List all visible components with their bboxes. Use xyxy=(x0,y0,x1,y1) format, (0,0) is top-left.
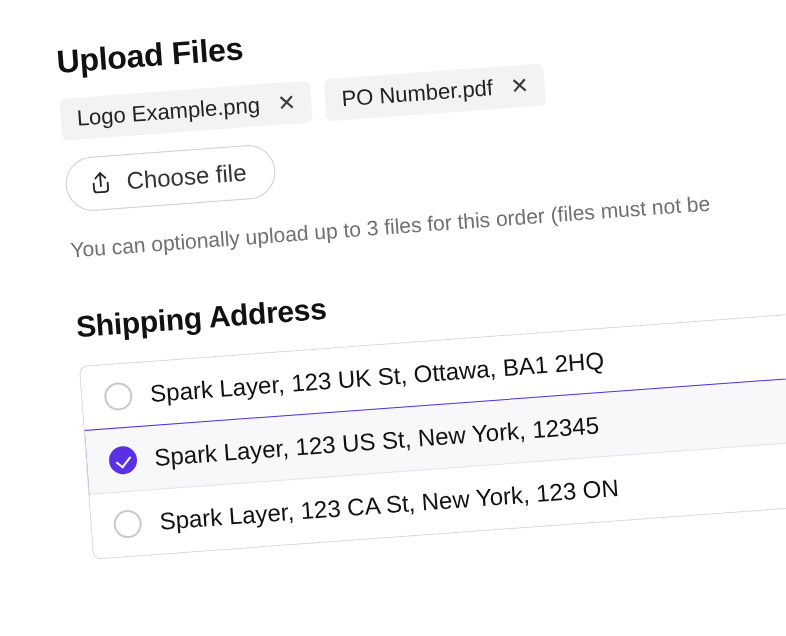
upload-icon xyxy=(88,169,114,197)
file-chip: PO Number.pdf ✕ xyxy=(324,63,546,121)
radio-checked-icon xyxy=(108,445,138,475)
remove-file-icon[interactable]: ✕ xyxy=(273,89,301,117)
radio-icon xyxy=(103,381,133,411)
file-chip-label: PO Number.pdf xyxy=(341,75,494,112)
address-label: Spark Layer, 123 CA St, New York, 123 ON xyxy=(159,474,620,536)
choose-file-button[interactable]: Choose file xyxy=(64,143,277,212)
radio-icon xyxy=(113,509,143,539)
remove-file-icon[interactable]: ✕ xyxy=(506,72,534,100)
file-chip-label: Logo Example.png xyxy=(76,92,261,131)
choose-file-label: Choose file xyxy=(126,158,248,195)
file-chip: Logo Example.png ✕ xyxy=(59,80,313,140)
